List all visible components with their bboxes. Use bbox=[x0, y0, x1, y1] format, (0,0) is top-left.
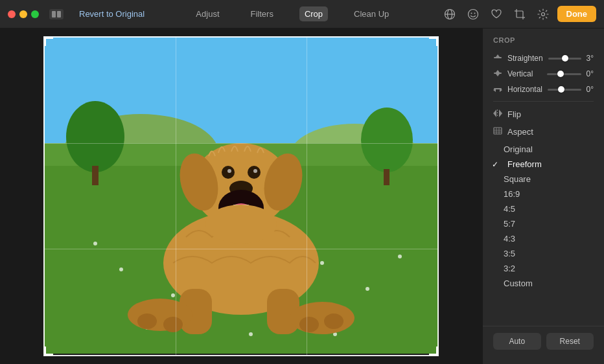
svg-point-52 bbox=[299, 317, 319, 332]
crop-tool-icon-btn[interactable] bbox=[511, 5, 529, 23]
aspect-4-5-label: 4:5 bbox=[504, 204, 515, 214]
vertical-row[interactable]: Vertical 0° bbox=[483, 66, 604, 82]
photo-container bbox=[43, 36, 439, 356]
svg-point-13 bbox=[541, 12, 544, 16]
svg-rect-31 bbox=[92, 166, 99, 185]
svg-rect-33 bbox=[384, 169, 389, 185]
flip-row[interactable]: Flip bbox=[483, 106, 604, 123]
aspect-item-3-2[interactable]: 3:2 bbox=[483, 261, 604, 276]
svg-point-25 bbox=[366, 287, 369, 291]
aspect-item-5-7[interactable]: 5:7 bbox=[483, 216, 604, 231]
svg-point-50 bbox=[137, 313, 157, 329]
panel-footer: Auto Reset bbox=[483, 326, 604, 356]
aspect-16-9-label: 16:9 bbox=[504, 189, 520, 199]
svg-point-40 bbox=[227, 169, 231, 173]
svg-point-49 bbox=[290, 302, 354, 334]
straighten-value: 3° bbox=[587, 54, 594, 63]
svg-marker-59 bbox=[496, 74, 500, 76]
horizontal-slider[interactable] bbox=[548, 89, 581, 91]
svg-rect-66 bbox=[494, 128, 502, 134]
horizontal-label: Horizontal bbox=[507, 85, 542, 94]
svg-point-7 bbox=[474, 12, 475, 14]
revert-button[interactable]: Revert to Original bbox=[79, 9, 145, 19]
auto-button[interactable]: Auto bbox=[493, 333, 541, 350]
aspect-5-7-label: 5:7 bbox=[504, 219, 515, 229]
svg-point-54 bbox=[205, 205, 277, 244]
aspect-item-custom[interactable]: Custom bbox=[483, 276, 604, 291]
aspect-4-3-label: 4:3 bbox=[504, 234, 515, 244]
svg-point-19 bbox=[93, 242, 97, 245]
aspect-item-4-3[interactable]: 4:3 bbox=[483, 231, 604, 246]
svg-rect-57 bbox=[494, 73, 502, 74]
aspect-icon bbox=[493, 127, 502, 137]
svg-rect-1 bbox=[57, 11, 61, 17]
straighten-slider[interactable] bbox=[548, 58, 581, 60]
vertical-value: 0° bbox=[587, 69, 594, 78]
tab-adjust[interactable]: Adjust bbox=[191, 6, 224, 21]
minimize-button[interactable] bbox=[19, 10, 27, 18]
vertical-icon bbox=[493, 69, 502, 78]
svg-point-21 bbox=[171, 293, 175, 297]
titlebar: Revert to Original Adjust Filters Crop C… bbox=[0, 0, 604, 28]
traffic-lights bbox=[8, 10, 39, 18]
aspect-row[interactable]: Aspect bbox=[483, 123, 604, 141]
horizontal-value: 0° bbox=[587, 85, 594, 94]
aspect-item-original[interactable]: Original bbox=[483, 142, 604, 157]
vertical-label: Vertical bbox=[507, 69, 542, 78]
svg-marker-65 bbox=[499, 109, 502, 117]
aspect-3-2-label: 3:2 bbox=[504, 264, 515, 273]
view-controls bbox=[49, 9, 64, 19]
editing-tabs: Adjust Filters Crop Clean Up bbox=[150, 6, 435, 21]
panel-title: CROP bbox=[483, 36, 604, 51]
close-button[interactable] bbox=[8, 10, 16, 18]
heart-icon-btn[interactable] bbox=[487, 5, 505, 23]
horizontal-icon bbox=[493, 85, 502, 94]
vertical-slider[interactable] bbox=[547, 73, 581, 75]
aspect-freeform-label: Freeform bbox=[507, 159, 542, 169]
svg-point-41 bbox=[253, 169, 257, 173]
freeform-checkmark: ✓ bbox=[492, 160, 501, 169]
straighten-icon bbox=[493, 54, 502, 63]
tab-crop[interactable]: Crop bbox=[299, 6, 328, 21]
globe-icon-btn[interactable] bbox=[441, 5, 459, 23]
svg-point-6 bbox=[470, 12, 472, 14]
aspect-original-label: Original bbox=[504, 144, 533, 154]
svg-rect-8 bbox=[517, 11, 523, 17]
aspect-square-label: Square bbox=[504, 174, 531, 184]
aspect-3-5-label: 3:5 bbox=[504, 249, 515, 258]
svg-point-51 bbox=[163, 317, 183, 332]
tab-filters[interactable]: Filters bbox=[246, 6, 279, 21]
straighten-label: Straighten bbox=[507, 54, 543, 63]
crop-panel: CROP Straighten 3° Vertical 0° bbox=[482, 28, 604, 364]
svg-point-28 bbox=[249, 332, 253, 336]
aspect-custom-label: Custom bbox=[504, 279, 533, 288]
straighten-row[interactable]: Straighten 3° bbox=[483, 51, 604, 66]
aspect-item-3-5[interactable]: 3:5 bbox=[483, 246, 604, 261]
svg-point-26 bbox=[398, 255, 402, 258]
reset-button[interactable]: Reset bbox=[546, 333, 594, 350]
aspect-item-square[interactable]: Square bbox=[483, 172, 604, 187]
settings-icon-btn[interactable] bbox=[534, 5, 552, 23]
aspect-item-freeform[interactable]: ✓ Freeform bbox=[483, 157, 604, 172]
svg-point-32 bbox=[361, 108, 413, 172]
flip-icon bbox=[493, 109, 502, 119]
horizontal-row[interactable]: Horizontal 0° bbox=[483, 82, 604, 97]
done-button[interactable]: Done bbox=[557, 6, 597, 22]
view-toggle-btn[interactable] bbox=[49, 9, 64, 19]
main-content: CROP Straighten 3° Vertical 0° bbox=[0, 28, 604, 364]
svg-marker-56 bbox=[496, 54, 500, 57]
svg-point-53 bbox=[324, 313, 343, 329]
toolbar-right: Done bbox=[441, 5, 597, 23]
tab-cleanup[interactable]: Clean Up bbox=[349, 6, 394, 21]
aspect-item-4-5[interactable]: 4:5 bbox=[483, 201, 604, 216]
photo-area[interactable] bbox=[0, 28, 482, 364]
aspect-item-16-9[interactable]: 16:9 bbox=[483, 187, 604, 201]
photo-image bbox=[43, 36, 439, 354]
svg-point-30 bbox=[66, 101, 124, 172]
svg-marker-63 bbox=[493, 109, 496, 117]
maximize-button[interactable] bbox=[31, 10, 39, 18]
aspect-label: Aspect bbox=[507, 127, 533, 137]
aspect-list: Original ✓ Freeform Square 16:9 4:5 5:7 … bbox=[483, 142, 604, 291]
emoji-icon-btn[interactable] bbox=[464, 5, 482, 23]
svg-marker-58 bbox=[496, 70, 500, 73]
